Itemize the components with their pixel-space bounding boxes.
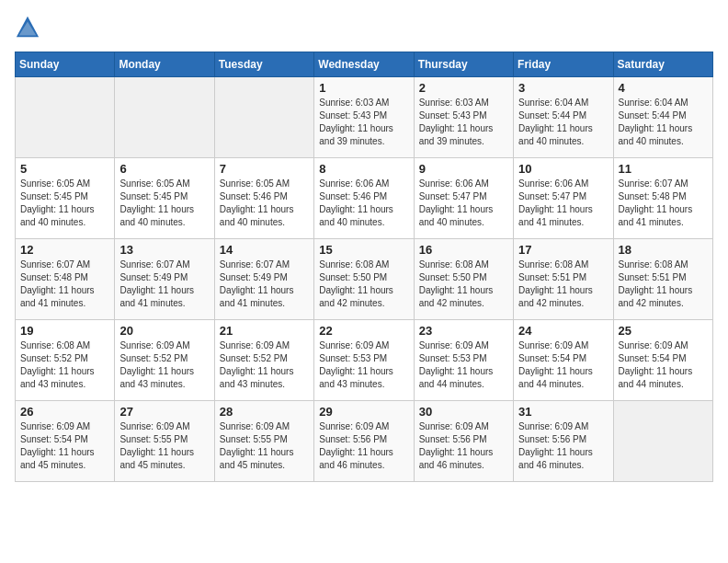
calendar-cell: 8Sunrise: 6:06 AM Sunset: 5:46 PM Daylig… — [314, 158, 414, 239]
calendar-cell: 26Sunrise: 6:09 AM Sunset: 5:54 PM Dayli… — [16, 401, 115, 482]
day-number: 21 — [220, 324, 309, 338]
day-number: 22 — [319, 324, 408, 338]
day-number: 24 — [518, 324, 608, 338]
day-header-tuesday: Tuesday — [214, 52, 313, 77]
day-info: Sunrise: 6:03 AM Sunset: 5:43 PM Dayligh… — [319, 97, 408, 148]
calendar-week-row: 19Sunrise: 6:08 AM Sunset: 5:52 PM Dayli… — [16, 320, 713, 401]
day-number: 3 — [518, 81, 608, 95]
calendar-cell: 18Sunrise: 6:08 AM Sunset: 5:51 PM Dayli… — [613, 239, 712, 320]
calendar-cell: 10Sunrise: 6:06 AM Sunset: 5:47 PM Dayli… — [514, 158, 613, 239]
day-info: Sunrise: 6:09 AM Sunset: 5:54 PM Dayligh… — [619, 339, 708, 391]
calendar-cell: 5Sunrise: 6:05 AM Sunset: 5:45 PM Daylig… — [16, 158, 115, 239]
calendar-table: SundayMondayTuesdayWednesdayThursdayFrid… — [15, 52, 713, 482]
day-info: Sunrise: 6:09 AM Sunset: 5:54 PM Dayligh… — [20, 420, 109, 472]
day-info: Sunrise: 6:08 AM Sunset: 5:52 PM Dayligh… — [20, 339, 109, 391]
day-info: Sunrise: 6:08 AM Sunset: 5:50 PM Dayligh… — [419, 259, 508, 310]
day-number: 28 — [220, 405, 309, 419]
day-info: Sunrise: 6:09 AM Sunset: 5:55 PM Dayligh… — [220, 420, 309, 472]
day-number: 9 — [419, 162, 508, 176]
page-header — [15, 15, 713, 40]
day-number: 2 — [419, 81, 508, 95]
day-info: Sunrise: 6:03 AM Sunset: 5:43 PM Dayligh… — [419, 97, 508, 148]
calendar-cell: 1Sunrise: 6:03 AM Sunset: 5:43 PM Daylig… — [314, 77, 414, 158]
day-number: 13 — [119, 243, 209, 257]
day-number: 23 — [419, 324, 508, 338]
calendar-cell: 21Sunrise: 6:09 AM Sunset: 5:52 PM Dayli… — [214, 320, 313, 401]
day-number: 26 — [20, 405, 109, 419]
calendar-header-row: SundayMondayTuesdayWednesdayThursdayFrid… — [16, 52, 713, 77]
day-number: 7 — [220, 162, 309, 176]
day-info: Sunrise: 6:07 AM Sunset: 5:49 PM Dayligh… — [220, 259, 309, 310]
day-info: Sunrise: 6:09 AM Sunset: 5:56 PM Dayligh… — [319, 420, 408, 472]
day-number: 20 — [119, 324, 209, 338]
day-number: 10 — [518, 162, 608, 176]
day-info: Sunrise: 6:06 AM Sunset: 5:47 PM Dayligh… — [518, 178, 608, 229]
calendar-cell — [214, 77, 313, 158]
day-info: Sunrise: 6:05 AM Sunset: 5:45 PM Dayligh… — [20, 178, 109, 229]
calendar-cell: 13Sunrise: 6:07 AM Sunset: 5:49 PM Dayli… — [115, 239, 214, 320]
day-info: Sunrise: 6:06 AM Sunset: 5:46 PM Dayligh… — [319, 178, 408, 229]
logo-icon — [15, 15, 40, 40]
day-number: 30 — [419, 405, 508, 419]
day-info: Sunrise: 6:09 AM Sunset: 5:54 PM Dayligh… — [518, 339, 608, 391]
day-header-monday: Monday — [115, 52, 214, 77]
calendar-cell: 4Sunrise: 6:04 AM Sunset: 5:44 PM Daylig… — [613, 77, 712, 158]
day-number: 18 — [619, 243, 708, 257]
calendar-cell — [115, 77, 214, 158]
calendar-cell: 17Sunrise: 6:08 AM Sunset: 5:51 PM Dayli… — [514, 239, 613, 320]
day-info: Sunrise: 6:09 AM Sunset: 5:55 PM Dayligh… — [119, 420, 209, 472]
calendar-cell: 28Sunrise: 6:09 AM Sunset: 5:55 PM Dayli… — [214, 401, 313, 482]
calendar-cell: 20Sunrise: 6:09 AM Sunset: 5:52 PM Dayli… — [115, 320, 214, 401]
day-number: 5 — [20, 162, 109, 176]
calendar-cell: 12Sunrise: 6:07 AM Sunset: 5:48 PM Dayli… — [16, 239, 115, 320]
calendar-cell: 24Sunrise: 6:09 AM Sunset: 5:54 PM Dayli… — [514, 320, 613, 401]
day-number: 12 — [20, 243, 109, 257]
day-number: 15 — [319, 243, 408, 257]
day-info: Sunrise: 6:05 AM Sunset: 5:46 PM Dayligh… — [220, 178, 309, 229]
day-number: 6 — [119, 162, 209, 176]
day-number: 4 — [619, 81, 708, 95]
calendar-cell: 2Sunrise: 6:03 AM Sunset: 5:43 PM Daylig… — [414, 77, 513, 158]
calendar-cell: 3Sunrise: 6:04 AM Sunset: 5:44 PM Daylig… — [514, 77, 613, 158]
day-number: 29 — [319, 405, 408, 419]
calendar-cell: 27Sunrise: 6:09 AM Sunset: 5:55 PM Dayli… — [115, 401, 214, 482]
calendar-cell: 25Sunrise: 6:09 AM Sunset: 5:54 PM Dayli… — [613, 320, 712, 401]
day-header-friday: Friday — [514, 52, 613, 77]
calendar-week-row: 1Sunrise: 6:03 AM Sunset: 5:43 PM Daylig… — [16, 77, 713, 158]
day-info: Sunrise: 6:07 AM Sunset: 5:49 PM Dayligh… — [119, 259, 209, 310]
day-info: Sunrise: 6:09 AM Sunset: 5:52 PM Dayligh… — [119, 339, 209, 391]
day-info: Sunrise: 6:09 AM Sunset: 5:56 PM Dayligh… — [518, 420, 608, 472]
day-header-wednesday: Wednesday — [314, 52, 414, 77]
calendar-cell: 19Sunrise: 6:08 AM Sunset: 5:52 PM Dayli… — [16, 320, 115, 401]
calendar-cell: 9Sunrise: 6:06 AM Sunset: 5:47 PM Daylig… — [414, 158, 513, 239]
day-info: Sunrise: 6:06 AM Sunset: 5:47 PM Dayligh… — [419, 178, 508, 229]
calendar-cell: 29Sunrise: 6:09 AM Sunset: 5:56 PM Dayli… — [314, 401, 414, 482]
day-number: 11 — [619, 162, 708, 176]
calendar-cell: 22Sunrise: 6:09 AM Sunset: 5:53 PM Dayli… — [314, 320, 414, 401]
day-info: Sunrise: 6:08 AM Sunset: 5:50 PM Dayligh… — [319, 259, 408, 310]
day-header-sunday: Sunday — [16, 52, 115, 77]
day-number: 19 — [20, 324, 109, 338]
day-info: Sunrise: 6:09 AM Sunset: 5:56 PM Dayligh… — [419, 420, 508, 472]
day-header-thursday: Thursday — [414, 52, 513, 77]
calendar-cell — [613, 401, 712, 482]
calendar-cell: 31Sunrise: 6:09 AM Sunset: 5:56 PM Dayli… — [514, 401, 613, 482]
day-number: 17 — [518, 243, 608, 257]
day-info: Sunrise: 6:07 AM Sunset: 5:48 PM Dayligh… — [20, 259, 109, 310]
day-info: Sunrise: 6:08 AM Sunset: 5:51 PM Dayligh… — [619, 259, 708, 310]
calendar-cell: 16Sunrise: 6:08 AM Sunset: 5:50 PM Dayli… — [414, 239, 513, 320]
day-number: 31 — [518, 405, 608, 419]
day-number: 16 — [419, 243, 508, 257]
day-info: Sunrise: 6:08 AM Sunset: 5:51 PM Dayligh… — [518, 259, 608, 310]
day-info: Sunrise: 6:09 AM Sunset: 5:52 PM Dayligh… — [220, 339, 309, 391]
calendar-cell: 7Sunrise: 6:05 AM Sunset: 5:46 PM Daylig… — [214, 158, 313, 239]
calendar-cell — [16, 77, 115, 158]
calendar-cell: 11Sunrise: 6:07 AM Sunset: 5:48 PM Dayli… — [613, 158, 712, 239]
day-number: 8 — [319, 162, 408, 176]
calendar-cell: 6Sunrise: 6:05 AM Sunset: 5:45 PM Daylig… — [115, 158, 214, 239]
calendar-week-row: 26Sunrise: 6:09 AM Sunset: 5:54 PM Dayli… — [16, 401, 713, 482]
day-info: Sunrise: 6:04 AM Sunset: 5:44 PM Dayligh… — [619, 97, 708, 148]
logo — [15, 15, 44, 40]
calendar-cell: 30Sunrise: 6:09 AM Sunset: 5:56 PM Dayli… — [414, 401, 513, 482]
day-info: Sunrise: 6:09 AM Sunset: 5:53 PM Dayligh… — [319, 339, 408, 391]
